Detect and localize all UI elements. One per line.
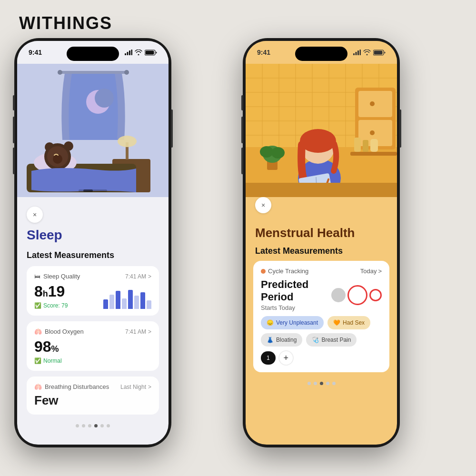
tag-had-sex[interactable]: 🧡 Had Sex [327,316,370,329]
svg-point-59 [271,147,285,159]
signal-icon-r [353,50,361,55]
svg-rect-55 [370,139,378,152]
sex-icon: 🧡 [333,319,340,326]
phone-left-screen: 9:41 [17,41,169,445]
close-button-right[interactable]: × [255,197,271,213]
side-button-vol-up [13,117,15,143]
cycle-today: Today > [360,268,382,275]
dot-6 [107,424,110,427]
bloating-icon: 👗 [267,337,274,343]
svg-rect-27 [356,52,357,55]
battery-icon [145,50,157,56]
phone-right: 9:41 [243,38,400,447]
latest-measurements-left: Latest Measurements 🛏 Sleep Quality 7:41… [17,250,169,431]
sleep-value: 8h19 [34,283,68,300]
bar-4 [122,298,127,309]
bar-1 [103,299,108,309]
side-button-mute [13,95,15,110]
bar-5 [128,290,133,309]
side-button-vol-up-r [241,117,243,143]
page-background: WITHINGS 9:41 [0,0,476,476]
cycle-label: Cycle Tracking [261,268,308,275]
bar-3 [116,291,120,309]
menstrual-title: Menstrual Health [246,218,397,246]
blood-icon: 🫁 [34,328,42,335]
svg-rect-11 [60,71,127,74]
rdot-3-active [320,382,323,385]
rdot-1 [307,382,311,385]
battery-icon-r [373,50,386,56]
blood-oxygen-value: 98% [34,338,151,356]
blood-oxygen-card[interactable]: 🫁 Blood Oxygen 7:41 AM > 98% ✅ Normal [27,321,159,371]
breathing-value: Few [34,393,151,408]
sleep-quality-title: 🛏 Sleep Quality [34,273,80,280]
svg-point-10 [95,89,114,108]
sleep-score: ✅ Score: 79 [34,302,68,309]
phone-right-screen: 9:41 [246,41,397,445]
wifi-icon [135,50,142,55]
tag-very-unpleasant[interactable]: 😞 Very Unpleasant [261,316,324,329]
side-button-vol-down [13,148,15,174]
sleep-content: × Sleep [17,197,169,243]
circle-red-small [369,289,382,301]
predicted-period-label: Predicted Period [261,278,331,303]
svg-rect-29 [360,50,361,55]
dot-4-active [94,424,98,427]
cycle-tracking-card[interactable]: Cycle Tracking Today > Predicted Period … [253,261,389,372]
svg-rect-2 [129,50,130,55]
svg-rect-5 [146,50,154,54]
bar-8 [147,300,151,309]
bar-7 [140,292,145,309]
breathing-title: 🫁 Breathing Disturbances [34,383,109,390]
dot-3 [88,424,91,427]
status-time-right: 9:41 [257,49,270,56]
tag-bloating[interactable]: 👗 Bloating [261,333,302,347]
tag-breast-pain[interactable]: 🩺 Breast Pain [306,333,357,347]
svg-rect-52 [350,152,397,156]
svg-rect-53 [354,138,361,152]
svg-rect-31 [374,50,383,54]
dot-1 [76,424,79,427]
blood-oxygen-title: 🫁 Blood Oxygen [34,328,84,335]
svg-rect-3 [131,50,133,55]
bar-6 [134,296,139,309]
dynamic-island-right [295,47,347,61]
menstrual-illustration [246,64,397,197]
side-button-power [171,109,173,148]
cycle-value-row: Predicted Period Starts Today [261,278,382,311]
breathing-card[interactable]: 🫁 Breathing Disturbances Last Night > Fe… [27,377,159,415]
sleep-quality-card[interactable]: 🛏 Sleep Quality 7:41 AM > 8h19 [27,266,159,316]
add-count-badge: 1 [261,351,276,365]
phone-left: 9:41 [14,38,171,447]
add-symptom-button[interactable]: + [278,350,294,366]
status-icons-right [353,50,386,56]
sleep-chart [103,288,151,309]
sleep-title: Sleep [27,228,159,243]
symptom-tags: 😞 Very Unpleasant 🧡 Had Sex 👗 Bloating [261,316,382,366]
svg-rect-54 [363,140,368,152]
cycle-circles [331,285,382,305]
svg-point-50 [370,101,375,106]
sleep-illustration [17,64,169,197]
dynamic-island-left [67,47,119,61]
side-button-power-r [399,109,401,148]
close-button-left[interactable]: × [27,207,43,223]
menstrual-content: × Menstrual Health Latest Measurements C… [246,197,397,389]
svg-rect-25 [83,189,93,192]
circle-gray [331,288,346,302]
svg-rect-26 [353,53,355,55]
page-dots-left [17,420,169,431]
breast-pain-icon: 🩺 [312,337,319,343]
side-button-mute-r [241,95,243,110]
withings-logo: WITHINGS [19,13,112,33]
rdot-4 [326,382,329,385]
svg-point-16 [118,136,137,147]
starts-today-label: Starts Today [261,304,331,311]
bed-icon: 🛏 [34,273,40,280]
circle-red-large [347,285,367,305]
svg-rect-67 [246,183,397,197]
cycle-dot-icon [261,269,266,274]
blood-oxygen-score: ✅ Normal [34,357,151,364]
dot-5 [100,424,104,427]
rdot-2 [314,382,317,385]
